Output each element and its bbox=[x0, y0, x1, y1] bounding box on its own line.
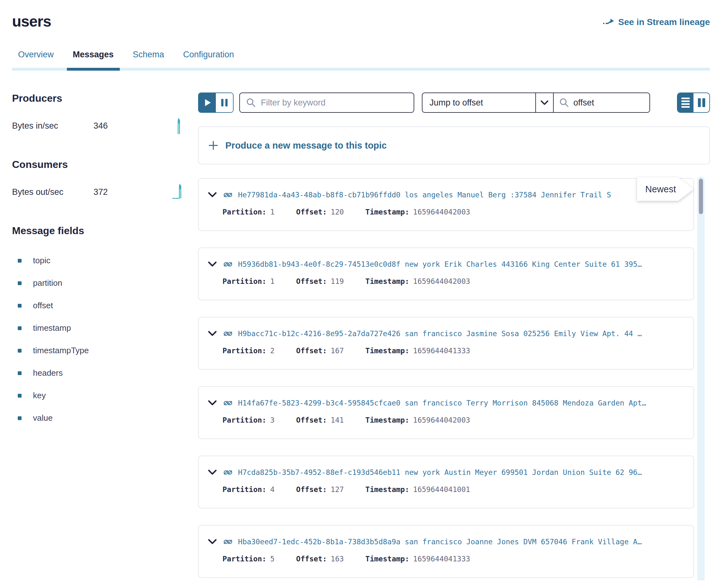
pause-icon bbox=[221, 99, 228, 106]
produce-message-button[interactable]: Produce a new message to this topic bbox=[198, 126, 710, 164]
expand-chevron-icon[interactable] bbox=[208, 469, 217, 475]
scrollbar-track[interactable] bbox=[697, 176, 705, 581]
square-bullet-icon bbox=[18, 371, 22, 375]
partition-label: Partition: bbox=[223, 208, 266, 216]
jump-to-offset-select[interactable]: Jump to offset bbox=[422, 92, 535, 113]
offset-search-input[interactable]: offset bbox=[554, 92, 650, 113]
null-key-icon: ∅∅ bbox=[224, 537, 232, 546]
timestamp-label: Timestamp: bbox=[366, 208, 409, 216]
play-button[interactable] bbox=[199, 93, 216, 112]
square-bullet-icon bbox=[18, 281, 22, 285]
field-item-key[interactable]: key bbox=[12, 384, 189, 407]
field-item-value[interactable]: value bbox=[12, 407, 189, 429]
square-bullet-icon bbox=[18, 416, 22, 420]
stream-lineage-label: See in Stream lineage bbox=[618, 17, 710, 27]
stream-lineage-link[interactable]: See in Stream lineage bbox=[602, 17, 710, 27]
expand-chevron-icon[interactable] bbox=[208, 261, 217, 267]
page-header: users See in Stream lineage bbox=[12, 0, 710, 30]
message-summary: H5936db81-b943-4e0f-8c29-74513e0c0d8f ne… bbox=[238, 260, 642, 268]
message-row[interactable]: ∅∅ He77981da-4a43-48ab-b8f8-cb71b96ffdd0… bbox=[198, 178, 694, 231]
play-icon bbox=[205, 99, 211, 106]
expand-chevron-icon[interactable] bbox=[208, 539, 217, 545]
offset-label: Offset: bbox=[296, 208, 327, 216]
tab-overview[interactable]: Overview bbox=[18, 50, 54, 68]
field-item-timestampType[interactable]: timestampType bbox=[12, 339, 189, 362]
timestamp-value: 1659644041001 bbox=[413, 485, 470, 493]
plus-icon bbox=[208, 140, 219, 150]
field-item-topic[interactable]: topic bbox=[12, 249, 189, 272]
producers-heading: Producers bbox=[12, 92, 189, 104]
page-title: users bbox=[12, 13, 51, 30]
offset-label: Offset: bbox=[296, 416, 327, 424]
timestamp-label: Timestamp: bbox=[366, 416, 409, 424]
consumers-heading: Consumers bbox=[12, 159, 189, 170]
pause-button[interactable] bbox=[216, 93, 233, 112]
field-item-label: timestampType bbox=[33, 345, 89, 355]
content: Producers Bytes in/sec 346 Consumers Byt… bbox=[12, 92, 710, 588]
column-view-icon bbox=[698, 98, 705, 107]
jump-select-chevron-cell[interactable] bbox=[535, 92, 554, 113]
expand-chevron-icon[interactable] bbox=[208, 331, 217, 336]
timestamp-label: Timestamp: bbox=[366, 346, 409, 355]
message-summary: H9bacc71c-b12c-4216-8e95-2a7da727e426 sa… bbox=[238, 330, 642, 338]
list-view-button[interactable] bbox=[678, 93, 694, 112]
offset-label: Offset: bbox=[296, 555, 327, 563]
message-row[interactable]: ∅∅ H5936db81-b943-4e0f-8c29-74513e0c0d8f… bbox=[198, 248, 694, 300]
partition-label: Partition: bbox=[223, 346, 266, 355]
offset-value: 127 bbox=[331, 485, 344, 493]
message-fields-heading: Message fields bbox=[12, 225, 189, 237]
message-row[interactable]: ∅∅ H14fa67fe-5823-4299-b3c4-595845cfcae0… bbox=[198, 386, 694, 439]
message-summary: H14fa67fe-5823-4299-b3c4-595845cfcae0 sa… bbox=[238, 399, 646, 407]
expand-chevron-icon[interactable] bbox=[208, 400, 217, 406]
filter-keyword-input[interactable]: Filter by keyword bbox=[239, 92, 414, 113]
message-summary: Hba30eed7-1edc-452b-8b1a-738d3b5d8a9a sa… bbox=[238, 538, 642, 546]
timestamp-value: 1659644041333 bbox=[413, 346, 470, 355]
timestamp-value: 1659644041333 bbox=[413, 555, 470, 563]
partition-label: Partition: bbox=[223, 416, 266, 424]
main-panel: Filter by keyword Jump to offset bbox=[198, 92, 710, 588]
bytes-out-label: Bytes out/sec bbox=[12, 187, 94, 197]
offset-label: Offset: bbox=[296, 485, 327, 493]
partition-value: 4 bbox=[270, 485, 274, 493]
null-key-icon: ∅∅ bbox=[224, 259, 232, 269]
field-item-partition[interactable]: partition bbox=[12, 272, 189, 294]
field-item-label: topic bbox=[33, 256, 50, 266]
search-icon bbox=[246, 98, 256, 107]
tab-messages[interactable]: Messages bbox=[73, 50, 114, 68]
tab-schema[interactable]: Schema bbox=[133, 50, 164, 68]
message-row[interactable]: ∅∅ Hba30eed7-1edc-452b-8b1a-738d3b5d8a9a… bbox=[198, 525, 694, 578]
list-view-icon bbox=[681, 98, 690, 108]
null-key-icon: ∅∅ bbox=[224, 468, 232, 477]
expand-chevron-icon[interactable] bbox=[208, 192, 217, 198]
bytes-in-sparkline bbox=[174, 118, 183, 134]
timestamp-value: 1659644042003 bbox=[413, 208, 470, 216]
null-key-icon: ∅∅ bbox=[224, 329, 232, 338]
square-bullet-icon bbox=[18, 259, 22, 262]
bytes-in-row: Bytes in/sec 346 bbox=[12, 118, 189, 134]
scrollbar-thumb[interactable] bbox=[699, 179, 703, 214]
offset-value: 163 bbox=[331, 555, 344, 563]
message-row[interactable]: ∅∅ H7cda825b-35b7-4952-88ef-c193d546eb11… bbox=[198, 456, 694, 508]
message-row[interactable]: ∅∅ H9bacc71c-b12c-4216-8e95-2a7da727e426… bbox=[198, 317, 694, 370]
field-item-headers[interactable]: headers bbox=[12, 362, 189, 384]
field-item-label: value bbox=[33, 413, 53, 423]
column-view-button[interactable] bbox=[694, 93, 709, 112]
field-item-label: timestamp bbox=[33, 323, 71, 333]
offset-search-value: offset bbox=[573, 98, 594, 108]
offset-search-icon bbox=[559, 98, 569, 107]
square-bullet-icon bbox=[18, 304, 22, 308]
offset-value: 120 bbox=[331, 208, 344, 216]
sidebar: Producers Bytes in/sec 346 Consumers Byt… bbox=[12, 92, 189, 588]
field-item-offset[interactable]: offset bbox=[12, 294, 189, 317]
field-item-label: offset bbox=[33, 301, 53, 311]
timestamp-label: Timestamp: bbox=[366, 485, 409, 493]
offset-label: Offset: bbox=[296, 277, 327, 286]
tabbar: OverviewMessagesSchemaConfiguration bbox=[12, 50, 710, 71]
partition-value: 2 bbox=[270, 346, 274, 355]
null-key-icon: ∅∅ bbox=[224, 398, 232, 407]
tab-configuration[interactable]: Configuration bbox=[183, 50, 234, 68]
offset-value: 167 bbox=[331, 346, 344, 355]
field-item-label: key bbox=[33, 391, 46, 400]
field-item-timestamp[interactable]: timestamp bbox=[12, 317, 189, 339]
view-mode-toggle bbox=[677, 92, 710, 113]
